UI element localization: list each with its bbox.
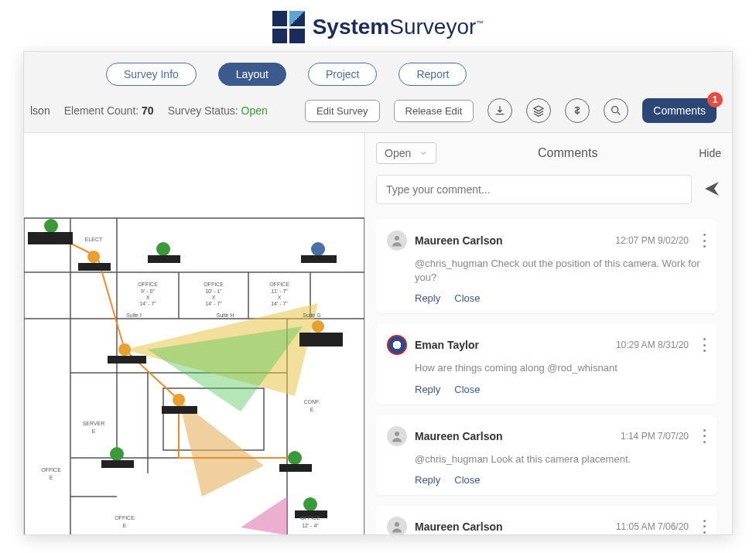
comment-timestamp: 1:14 PM 7/07/20 bbox=[621, 431, 689, 442]
comment-body: @chris_hugman Check out the position of … bbox=[415, 257, 706, 285]
svg-text:14' - 7": 14' - 7" bbox=[139, 301, 156, 306]
brand-logo-icon bbox=[272, 11, 305, 43]
svg-text:E: E bbox=[310, 407, 314, 412]
more-icon[interactable] bbox=[703, 429, 706, 443]
hide-comments-button[interactable]: Hide bbox=[699, 147, 721, 159]
comment-timestamp: 11:05 AM 7/06/20 bbox=[616, 521, 689, 532]
svg-text:OFFICE: OFFICE bbox=[204, 282, 224, 287]
svg-point-25 bbox=[311, 242, 325, 256]
svg-point-33 bbox=[110, 447, 124, 461]
tab-layout[interactable]: Layout bbox=[218, 63, 286, 86]
close-button[interactable]: Close bbox=[454, 474, 480, 486]
comment-list[interactable]: Maureen Carlson 12:07 PM 9/02/20 @chris_… bbox=[376, 220, 721, 535]
user-name-fragment: lson bbox=[30, 104, 50, 117]
svg-text:OFFICE: OFFICE bbox=[300, 515, 320, 521]
comment-input-row bbox=[376, 175, 721, 204]
download-icon[interactable] bbox=[487, 98, 512, 123]
edit-survey-button[interactable]: Edit Survey bbox=[305, 100, 379, 122]
close-button[interactable]: Close bbox=[454, 384, 480, 395]
svg-point-67 bbox=[395, 522, 399, 527]
comment-body: How are things coming along @rod_whisnan… bbox=[415, 361, 706, 375]
send-icon[interactable] bbox=[703, 179, 721, 200]
comments-panel-title: Comments bbox=[436, 146, 699, 160]
svg-point-31 bbox=[173, 394, 185, 406]
comment-card: Maureen Carlson 12:07 PM 9/02/20 @chris_… bbox=[376, 220, 717, 313]
svg-text:OFFICE: OFFICE bbox=[269, 282, 289, 287]
comment-author: Eman Taylor bbox=[415, 339, 479, 351]
svg-point-19 bbox=[44, 219, 58, 233]
comment-input[interactable] bbox=[376, 175, 692, 204]
svg-marker-17 bbox=[179, 400, 264, 497]
svg-rect-24 bbox=[148, 255, 180, 263]
reply-button[interactable]: Reply bbox=[415, 384, 440, 395]
avatar bbox=[387, 230, 407, 251]
svg-point-27 bbox=[118, 343, 131, 356]
comment-card: Eman Taylor 10:29 AM 8/31/20 How are thi… bbox=[376, 324, 717, 404]
main-area: ELECT OFFICE9' - 0"X14' - 7" OFFICE10' -… bbox=[24, 133, 732, 535]
comments-badge: 1 bbox=[707, 92, 723, 108]
top-tab-bar: Survey Info Layout Project Report bbox=[24, 52, 732, 94]
svg-rect-22 bbox=[78, 263, 111, 271]
tab-project[interactable]: Project bbox=[308, 63, 378, 86]
svg-point-37 bbox=[303, 497, 317, 511]
svg-rect-26 bbox=[301, 255, 337, 263]
comment-author: Maureen Carlson bbox=[415, 430, 503, 442]
tab-report[interactable]: Report bbox=[399, 63, 467, 86]
svg-point-0 bbox=[612, 107, 618, 113]
more-icon[interactable] bbox=[703, 338, 706, 352]
svg-text:Suite G: Suite G bbox=[303, 312, 320, 318]
element-count: Element Count: 70 bbox=[64, 104, 154, 117]
svg-point-66 bbox=[395, 432, 399, 436]
close-button[interactable]: Close bbox=[454, 292, 480, 304]
svg-text:CONF.: CONF. bbox=[304, 399, 320, 405]
tab-survey-info[interactable]: Survey Info bbox=[106, 63, 197, 86]
svg-text:X: X bbox=[278, 295, 282, 300]
svg-rect-34 bbox=[101, 460, 134, 468]
comment-timestamp: 10:29 AM 8/31/20 bbox=[616, 340, 689, 350]
comments-filter-dropdown[interactable]: Open bbox=[376, 142, 436, 164]
brand-logo-text: SystemSurveyor™ bbox=[313, 15, 484, 39]
svg-point-29 bbox=[312, 320, 324, 333]
avatar bbox=[387, 517, 407, 535]
comment-author: Maureen Carlson bbox=[415, 521, 503, 533]
svg-text:12' - 4": 12' - 4" bbox=[302, 523, 319, 528]
brand-header: SystemSurveyor™ bbox=[0, 0, 756, 51]
comment-body: @chris_hugman Look at this camera placem… bbox=[415, 452, 706, 466]
comment-author: Maureen Carlson bbox=[415, 234, 503, 247]
search-icon[interactable] bbox=[604, 98, 628, 123]
svg-text:OFFICE: OFFICE bbox=[41, 467, 61, 473]
svg-text:OFFICE: OFFICE bbox=[138, 282, 158, 287]
svg-text:Suite I: Suite I bbox=[126, 312, 142, 318]
more-icon[interactable] bbox=[703, 520, 706, 534]
comments-panel: Open Comments Hide Maureen Carlson 12:07… bbox=[364, 133, 732, 535]
comments-button[interactable]: Comments 1 bbox=[642, 98, 717, 123]
svg-text:X: X bbox=[146, 295, 150, 300]
svg-point-65 bbox=[395, 236, 399, 241]
avatar bbox=[387, 426, 407, 446]
svg-text:E: E bbox=[92, 428, 96, 434]
comment-card: Maureen Carlson 11:05 AM 7/06/20 bbox=[376, 506, 717, 535]
svg-rect-30 bbox=[299, 333, 343, 346]
svg-point-35 bbox=[288, 451, 302, 465]
svg-marker-18 bbox=[241, 497, 287, 535]
release-edit-button[interactable]: Release Edit bbox=[394, 100, 474, 122]
svg-rect-36 bbox=[279, 464, 312, 472]
svg-text:E: E bbox=[50, 475, 53, 480]
survey-status: Survey Status: Open bbox=[168, 104, 268, 117]
comment-card: Maureen Carlson 1:14 PM 7/07/20 @chris_h… bbox=[376, 415, 717, 495]
reply-button[interactable]: Reply bbox=[415, 474, 440, 486]
svg-rect-32 bbox=[162, 406, 197, 414]
dollar-icon[interactable] bbox=[565, 98, 590, 123]
svg-text:OFFICE: OFFICE bbox=[115, 515, 135, 521]
svg-text:11' - 7": 11' - 7" bbox=[271, 288, 288, 294]
svg-point-21 bbox=[87, 251, 100, 263]
svg-rect-28 bbox=[108, 356, 146, 364]
more-icon[interactable] bbox=[703, 234, 706, 247]
svg-point-23 bbox=[156, 242, 170, 256]
svg-text:X: X bbox=[212, 295, 216, 300]
svg-text:14' - 7": 14' - 7" bbox=[271, 301, 288, 306]
layers-icon[interactable] bbox=[526, 98, 551, 123]
reply-button[interactable]: Reply bbox=[415, 292, 440, 304]
toolbar: lson Element Count: 70 Survey Status: Op… bbox=[24, 94, 732, 133]
floorplan-canvas[interactable]: ELECT OFFICE9' - 0"X14' - 7" OFFICE10' -… bbox=[24, 133, 364, 535]
